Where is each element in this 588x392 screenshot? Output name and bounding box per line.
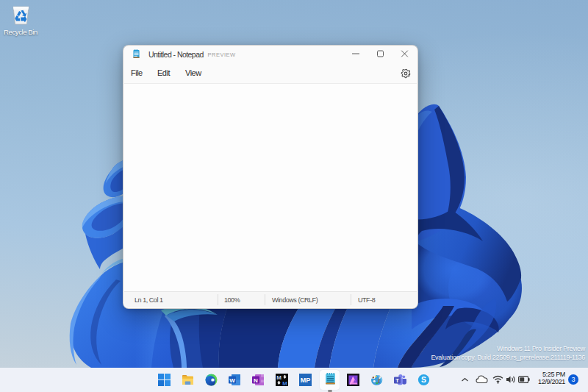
svg-text:MP: MP (301, 377, 311, 384)
svg-text:N: N (254, 377, 258, 384)
svg-text:W: W (229, 377, 235, 384)
svg-text:T: T (395, 377, 399, 384)
svg-text:M: M (282, 380, 287, 386)
svg-text:M: M (276, 374, 282, 381)
svg-text:S: S (421, 375, 426, 384)
